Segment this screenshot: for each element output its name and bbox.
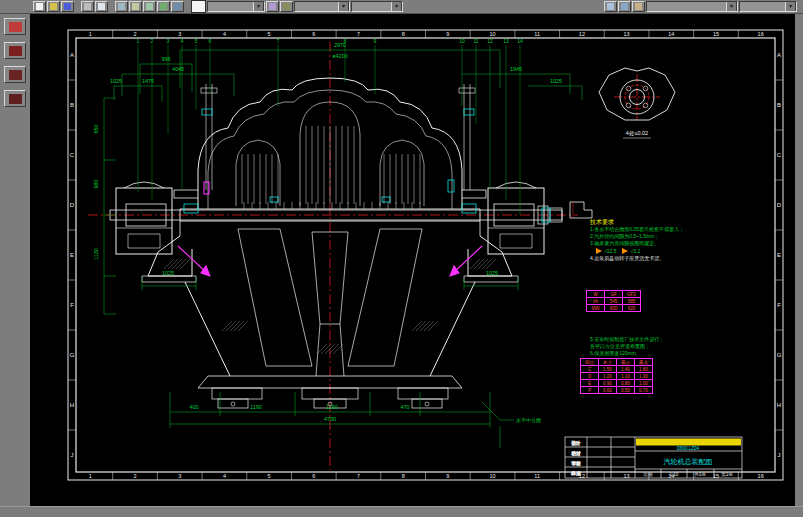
- hatch-line: [482, 259, 492, 269]
- new-file-icon: [36, 3, 43, 10]
- chevron-down-icon: ▾: [785, 1, 796, 12]
- layer-manager-button[interactable]: [266, 1, 279, 12]
- finish-value: √12.5: [604, 248, 616, 255]
- sheet-count: 共1张: [694, 472, 706, 477]
- font-combo[interactable]: ▾: [739, 1, 797, 12]
- zone-letter: A: [70, 52, 74, 58]
- zoom-window-icon: [607, 3, 614, 10]
- notes-title: 技术要求: [590, 218, 740, 226]
- dimension-label: ø4200: [332, 53, 348, 59]
- dimension-tool-button[interactable]: [4, 90, 26, 107]
- print-preview-button[interactable]: [95, 1, 108, 12]
- right-panel: [795, 14, 803, 506]
- gland-seal-details: [184, 109, 550, 222]
- table-row: MW600620: [587, 305, 641, 312]
- zoom-window-button[interactable]: [604, 1, 617, 12]
- cut-button[interactable]: [115, 1, 128, 12]
- hatch-line: [424, 321, 434, 331]
- zone-number: 8: [402, 473, 405, 479]
- print-button[interactable]: [81, 1, 94, 12]
- zone-number: 14: [668, 31, 674, 37]
- modify-tool-button[interactable]: [4, 66, 26, 83]
- zone-number: 9: [446, 473, 449, 479]
- table-cell: 最大: [635, 359, 653, 366]
- zone-letter: F: [70, 302, 74, 308]
- table-cell: C: [581, 366, 599, 373]
- table-cell: 585: [623, 298, 641, 305]
- dimension-label: 650: [93, 124, 99, 133]
- note-line: 2.汽封径向间隙为0.5~1.5mm；: [590, 233, 740, 240]
- zone-letter: G: [777, 352, 782, 358]
- undo-arrow-icon: [160, 3, 167, 10]
- zoom-extents-icon: [621, 3, 628, 10]
- redo-button[interactable]: [171, 1, 184, 12]
- open-file-button[interactable]: [47, 1, 60, 12]
- hatch-line: [470, 259, 480, 269]
- draw-tool-button[interactable]: [4, 42, 26, 59]
- item-number: 3: [167, 38, 170, 44]
- zone-letter: C: [777, 152, 782, 158]
- preview-icon: [98, 3, 105, 10]
- zone-letter: A: [777, 52, 781, 58]
- layer-combo[interactable]: ▾: [207, 1, 265, 12]
- zone-letter: C: [70, 152, 75, 158]
- note-line: 6.保温层厚度120mm。: [590, 350, 740, 357]
- zone-letter: E: [777, 252, 781, 258]
- dimension-label: 4045: [172, 66, 184, 72]
- save-file-button[interactable]: [61, 1, 74, 12]
- dimension-label: 1190: [250, 404, 262, 410]
- hatch-line: [230, 321, 240, 331]
- open-folder-icon: [50, 3, 57, 10]
- zone-number: 16: [758, 473, 764, 479]
- item-number: 2: [151, 38, 154, 44]
- linetype-combo[interactable]: ▾: [351, 1, 403, 12]
- copy-button[interactable]: [129, 1, 142, 12]
- paste-button[interactable]: [143, 1, 156, 12]
- zone-number: 7: [357, 31, 360, 37]
- table-row: D1.201.101.30: [581, 373, 653, 380]
- zone-letter: G: [70, 352, 75, 358]
- notes-lines: 5.安装时按制造厂技术文件进行；各管口方位见管道布置图；6.保温层厚度120mm…: [590, 336, 740, 357]
- style-combo[interactable]: ▾: [646, 1, 738, 12]
- table-row: WGFGF2: [587, 291, 641, 298]
- hatch-line: [428, 321, 438, 331]
- detail-view-label: 4处≤0.02: [626, 130, 648, 137]
- dimension-label: 1025: [486, 270, 498, 276]
- zone-number: 7: [357, 473, 360, 479]
- layers-icon: [269, 3, 276, 10]
- zone-number: 10: [489, 473, 495, 479]
- dimension-label: 4700: [324, 416, 336, 422]
- table-cell: 0.90: [599, 380, 617, 387]
- undo-button[interactable]: [157, 1, 170, 12]
- new-file-button[interactable]: [33, 1, 46, 12]
- modify-tool-icon: [9, 70, 22, 80]
- pan-button[interactable]: [632, 1, 645, 12]
- dimension-label: 996: [161, 56, 170, 62]
- table-cell: 545: [605, 298, 623, 305]
- dimension-label: 1025: [550, 78, 562, 84]
- table-row: 部位名义最小最大: [581, 359, 653, 366]
- layer-previous-button[interactable]: [280, 1, 293, 12]
- split-plane-label: 水平中分面: [516, 417, 541, 424]
- titleblock-highlight: [636, 439, 741, 446]
- color-combo[interactable]: ▾: [294, 1, 350, 12]
- table-cell: 0.50: [617, 387, 635, 394]
- layer-back-icon: [283, 3, 290, 10]
- table-cell: 名义: [599, 359, 617, 366]
- item-number: 6: [209, 38, 212, 44]
- zoom-extents-button[interactable]: [618, 1, 631, 12]
- chevron-down-icon: ▾: [726, 1, 737, 12]
- table-cell: 1.20: [599, 373, 617, 380]
- notes-lines: 1.各水平结合面用0.05塞尺检查不得塞入；2.汽封径向间隙为0.5~1.5mm…: [590, 226, 740, 247]
- select-tool-button[interactable]: [4, 18, 26, 35]
- drawing-canvas[interactable]: AABBCCDDEEFFGGHHJJ1122334455667788991010…: [30, 14, 795, 506]
- zone-number: 2: [134, 473, 137, 479]
- color-swatch-button[interactable]: [191, 0, 206, 13]
- zone-number: 11: [534, 31, 540, 37]
- hatch-line: [412, 321, 422, 331]
- item-number: 4: [181, 38, 184, 44]
- hatch-line: [238, 321, 248, 331]
- dimension-label: 1025: [162, 270, 174, 276]
- finish-arrow-icon: [622, 248, 628, 254]
- zone-number: 11: [534, 473, 540, 479]
